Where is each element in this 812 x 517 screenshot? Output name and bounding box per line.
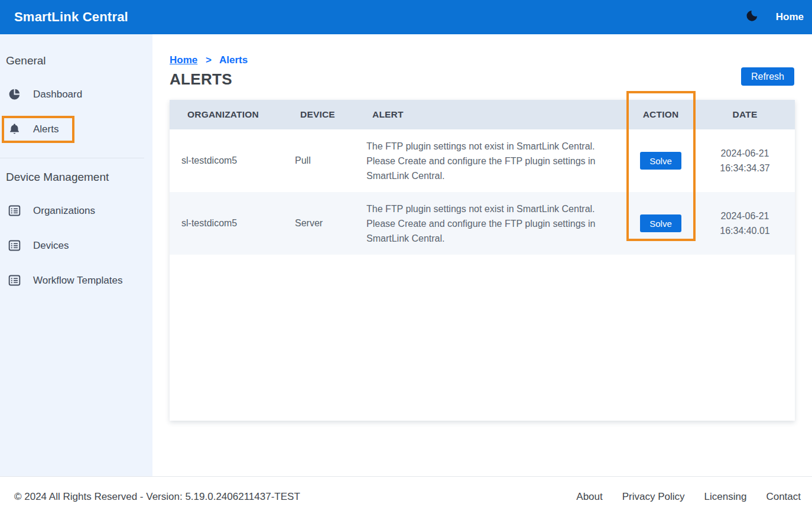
table-header-row: ORGANIZATION DEVICE ALERT ACTION DATE: [170, 100, 795, 129]
time-value: 16:34:40.01: [695, 223, 795, 238]
sidebar-item-label: Dashboard: [33, 89, 82, 100]
list-icon: [8, 204, 21, 217]
solve-button[interactable]: Solve: [640, 214, 681, 232]
footer-link-privacy-policy[interactable]: Privacy Policy: [622, 491, 685, 503]
app-title: SmartLink Central: [14, 9, 128, 25]
copyright-version-text: © 2024 All Rights Reserved - Version: 5.…: [14, 491, 300, 503]
topbar-right-group: Home: [745, 10, 804, 24]
breadcrumb: Home > Alerts: [170, 54, 795, 66]
footer: © 2024 All Rights Reserved - Version: 5.…: [0, 476, 812, 517]
home-nav-link[interactable]: Home: [776, 11, 804, 23]
sidebar-item-label: Organizations: [33, 205, 95, 217]
sidebar-divider: [0, 158, 144, 158]
table-row: sl-testdicom5 Pull The FTP plugin settin…: [170, 129, 795, 192]
column-header-date: DATE: [695, 100, 795, 129]
alerts-table-card: ORGANIZATION DEVICE ALERT ACTION DATE sl…: [170, 100, 795, 421]
top-navbar: SmartLink Central Home: [0, 0, 812, 34]
sidebar-item-devices[interactable]: Devices: [6, 228, 152, 263]
action-cell: Solve: [626, 129, 695, 192]
list-icon: [8, 239, 21, 252]
solve-button[interactable]: Solve: [640, 152, 681, 170]
table-row: sl-testdicom5 Server The FTP plugin sett…: [170, 192, 795, 255]
sidebar-item-label: Devices: [33, 240, 69, 252]
footer-link-licensing[interactable]: Licensing: [704, 491, 747, 503]
sidebar-item-organizations[interactable]: Organizations: [6, 193, 152, 228]
sidebar-section-device-management: Device Management: [6, 171, 152, 184]
list-icon: [8, 274, 21, 287]
alert-message-cell: The FTP plugin settings not exist in Sma…: [358, 192, 626, 255]
organization-cell: sl-testdicom5: [170, 192, 287, 255]
sidebar-section-general: General: [6, 54, 152, 67]
moon-icon: [745, 9, 759, 25]
sidebar-item-dashboard[interactable]: Dashboard: [6, 77, 152, 112]
action-cell: Solve: [626, 192, 695, 255]
footer-link-contact[interactable]: Contact: [766, 491, 801, 503]
sidebar-item-alerts[interactable]: Alerts: [6, 112, 152, 147]
device-cell: Pull: [287, 129, 358, 192]
time-value: 16:34:34.37: [695, 161, 795, 175]
device-cell: Server: [287, 192, 358, 255]
refresh-button[interactable]: Refresh: [741, 67, 794, 86]
breadcrumb-separator: >: [206, 54, 212, 66]
sidebar-item-workflow-templates[interactable]: Workflow Templates: [6, 263, 152, 298]
column-header-device: DEVICE: [287, 100, 358, 129]
alert-message-cell: The FTP plugin settings not exist in Sma…: [358, 129, 626, 192]
column-header-organization: ORGANIZATION: [170, 100, 287, 129]
date-cell: 2024-06-21 16:34:40.01: [695, 192, 795, 255]
main-content: Home > Alerts ALERTS Refresh ORGANIZATIO…: [152, 34, 812, 476]
breadcrumb-home-link[interactable]: Home: [170, 54, 197, 66]
sidebar-item-label: Alerts: [33, 123, 59, 135]
date-value: 2024-06-21: [695, 146, 795, 161]
page-title: ALERTS: [170, 70, 795, 89]
organization-cell: sl-testdicom5: [170, 129, 287, 192]
pie-chart-icon: [8, 88, 21, 100]
date-cell: 2024-06-21 16:34:34.37: [695, 129, 795, 192]
sidebar-item-label: Workflow Templates: [33, 275, 122, 287]
breadcrumb-current: Alerts: [219, 54, 248, 66]
footer-link-about[interactable]: About: [576, 491, 602, 503]
sidebar: General Dashboard Alerts Device Manageme…: [0, 34, 152, 476]
column-header-alert: ALERT: [358, 100, 626, 129]
dark-mode-toggle[interactable]: [745, 10, 759, 24]
date-value: 2024-06-21: [695, 209, 795, 223]
bell-icon: [8, 123, 21, 135]
footer-links: About Privacy Policy Licensing Contact: [576, 491, 801, 503]
column-header-action: ACTION: [626, 100, 695, 129]
alerts-table: ORGANIZATION DEVICE ALERT ACTION DATE sl…: [170, 100, 795, 255]
